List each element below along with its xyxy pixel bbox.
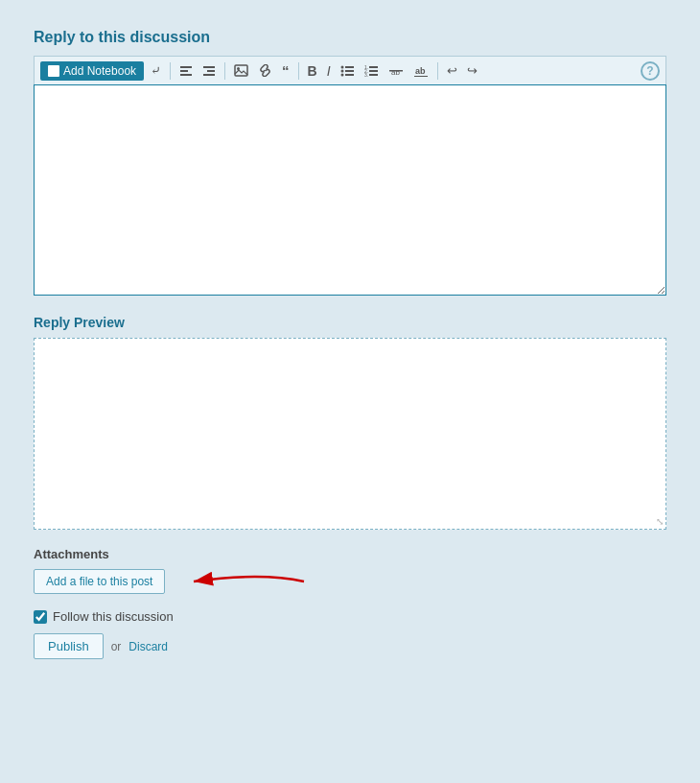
or-text: or [111,640,122,653]
bold-button[interactable]: B [305,61,320,81]
arrow-annotation [184,567,309,596]
divider-2 [224,62,225,80]
underline-icon: ab [413,64,429,77]
resize-handle: ⤡ [656,516,664,527]
link-button[interactable] [255,62,275,79]
attachments-row: Add a file to this post [34,567,666,596]
link-icon [258,64,272,77]
unordered-list-icon [340,64,355,77]
svg-rect-3 [203,66,215,68]
publish-button[interactable]: Publish [34,633,104,659]
ordered-list-icon: 1. 2. 3. [364,64,379,77]
image-button[interactable] [231,62,251,79]
redo-button[interactable]: ↪ [464,61,480,80]
underline-button[interactable]: ab [410,62,432,79]
add-notebook-button[interactable]: Add Notebook [40,61,144,81]
svg-rect-15 [369,66,378,68]
help-button[interactable]: ? [641,61,660,81]
strikethrough-button[interactable]: ab [385,62,407,79]
svg-rect-23 [414,76,428,77]
align-left-button[interactable] [176,62,196,80]
align-left-icon [179,64,193,78]
preview-area: ⤡ [34,338,666,530]
follow-section: Follow this discussion [34,609,666,624]
svg-rect-9 [345,66,354,68]
svg-text:3.: 3. [364,72,368,77]
svg-point-8 [340,66,343,69]
divider-1 [170,62,171,80]
svg-text:ab: ab [415,66,426,76]
svg-point-10 [340,70,343,73]
svg-rect-1 [180,70,188,72]
follow-checkbox[interactable] [34,610,47,624]
align-right-button[interactable] [199,62,219,80]
svg-point-7 [237,67,240,70]
svg-rect-4 [207,70,215,72]
svg-rect-2 [180,74,192,76]
page-title: Reply to this discussion [34,29,666,46]
add-file-button[interactable]: Add a file to this post [34,569,165,594]
editor-toolbar: Add Notebook ⤶ [34,56,666,84]
undo-button[interactable]: ↩ [444,61,460,80]
reply-editor[interactable] [34,84,666,296]
svg-rect-19 [369,74,378,76]
strikethrough-icon: ab [388,64,404,77]
divider-3 [298,62,299,80]
attachments-title: Attachments [34,547,666,561]
discard-link[interactable]: Discard [128,640,168,653]
editor-wrapper [34,84,666,296]
svg-rect-0 [180,66,192,68]
align-right-icon [202,64,216,78]
italic-button[interactable]: I [324,61,334,81]
preview-title: Reply Preview [34,315,666,330]
svg-text:ab: ab [391,68,400,77]
embed-button[interactable]: ⤶ [148,61,164,80]
attachments-section: Attachments Add a file to this post [34,547,666,596]
ordered-list-button[interactable]: 1. 2. 3. [362,62,382,79]
quote-button[interactable]: “ [279,60,292,81]
image-icon [234,64,248,77]
reply-form: Reply to this discussion Add Notebook ⤶ [19,19,681,669]
unordered-list-button[interactable] [338,62,358,79]
publish-section: Publish or Discard [34,633,666,659]
svg-rect-11 [345,70,354,72]
divider-4 [437,62,438,80]
preview-section: Reply Preview ⤡ [34,315,666,530]
follow-label: Follow this discussion [53,609,174,624]
svg-rect-6 [235,65,247,76]
svg-rect-17 [369,70,378,72]
arrow-icon [184,567,309,596]
svg-rect-13 [345,74,354,76]
notebook-icon [48,65,59,77]
svg-point-12 [340,74,343,77]
svg-rect-5 [203,74,215,76]
